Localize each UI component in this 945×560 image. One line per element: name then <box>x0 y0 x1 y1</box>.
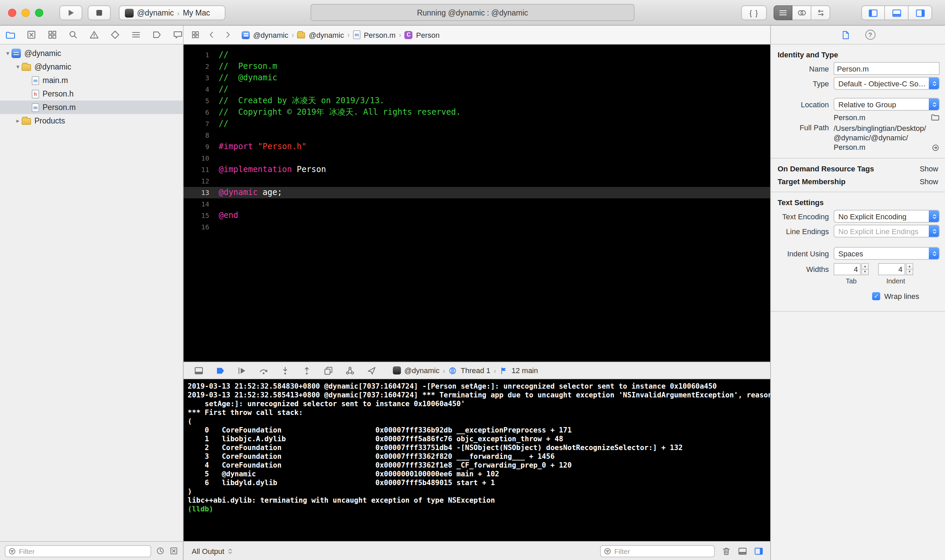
stop-button[interactable] <box>88 5 111 20</box>
minimize-window-button[interactable] <box>22 9 30 17</box>
stack-frame-crumb[interactable]: 12 main <box>512 366 538 374</box>
tree-item-Products[interactable]: ▸Products <box>0 114 183 128</box>
find-navigator-button[interactable] <box>68 29 79 40</box>
text-encoding-popup[interactable]: No Explicit Encoding <box>834 210 940 223</box>
step-out-button[interactable] <box>301 365 312 376</box>
debug-area-toggle-button[interactable] <box>885 5 908 20</box>
tree-item-@dynamic[interactable]: ▾@dynamic <box>0 46 183 60</box>
code-line[interactable]: 4// <box>183 84 770 95</box>
indent-using-popup[interactable]: Spaces <box>834 247 940 260</box>
related-items-button[interactable] <box>189 28 201 42</box>
code-line[interactable]: 6// Copyright © 2019年 冰凌天. All rights re… <box>183 106 770 118</box>
scm-status-filter-icon[interactable] <box>170 546 178 555</box>
variables-view-toggle-icon[interactable] <box>738 546 747 555</box>
code-line[interactable]: 15@end <box>183 210 770 221</box>
disclosure-triangle[interactable]: ▾ <box>14 63 22 70</box>
name-field[interactable]: Person.m <box>834 62 940 75</box>
code-line[interactable]: 9#import "Person.h" <box>183 141 770 152</box>
hide-debug-area-button[interactable] <box>193 365 204 376</box>
odr-show-link[interactable]: Show <box>920 165 938 173</box>
tree-item-Person.h[interactable]: hPerson.h <box>0 87 183 100</box>
code-line[interactable]: 3// @dynamic <box>183 72 770 84</box>
quick-help-tab[interactable]: ? <box>865 30 875 40</box>
project-navigator-button[interactable] <box>5 29 16 40</box>
close-window-button[interactable] <box>8 9 16 17</box>
breadcrumb-item[interactable]: mPerson.m <box>353 30 396 39</box>
code-line[interactable]: 1// <box>183 49 770 61</box>
indent-width-field[interactable]: 4 <box>878 263 905 275</box>
process-crumb[interactable]: @dynamic <box>404 366 439 374</box>
console-filter-input[interactable] <box>614 547 711 555</box>
step-over-button[interactable] <box>258 365 269 376</box>
continue-button[interactable] <box>236 365 247 376</box>
breakpoint-navigator-button[interactable] <box>151 29 162 40</box>
scheme-selector[interactable]: @dynamic › My Mac <box>119 5 225 20</box>
run-button[interactable] <box>59 5 82 20</box>
assistant-editor-button[interactable] <box>792 5 811 20</box>
code-line[interactable]: 8 <box>183 129 770 141</box>
disclosure-triangle[interactable]: ▸ <box>14 117 22 124</box>
file-inspector-tab[interactable] <box>841 29 850 41</box>
standard-editor-icon <box>778 8 788 17</box>
library-button[interactable]: { } <box>741 5 767 20</box>
recent-files-clock-icon[interactable] <box>156 546 165 555</box>
disclosure-triangle[interactable]: ▾ <box>4 50 11 57</box>
breadcrumb-item[interactable]: @dynamic <box>242 31 288 39</box>
source-editor[interactable]: 1//2// Person.m3// @dynamic4//5// Create… <box>183 45 770 362</box>
code-line[interactable]: 2// Person.m <box>183 61 770 72</box>
tab-width-stepper[interactable]: 4 ▲▼ <box>834 263 869 275</box>
go-back-button[interactable] <box>205 28 217 42</box>
console-view-toggle-icon[interactable] <box>754 546 763 555</box>
thread-crumb[interactable]: Thread 1 <box>461 366 490 374</box>
zoom-window-button[interactable] <box>35 9 43 17</box>
breakpoints-toggle-button[interactable] <box>215 365 225 376</box>
report-navigator-button[interactable] <box>172 29 183 40</box>
code-line[interactable]: 14 <box>183 198 770 210</box>
code-line[interactable]: 10 <box>183 152 770 164</box>
line-number: 13 <box>183 187 209 198</box>
simulate-location-button[interactable] <box>366 365 377 376</box>
code-line[interactable]: 7// <box>183 118 770 129</box>
standard-editor-button[interactable] <box>774 5 792 20</box>
tree-item-@dynamic[interactable]: ▾@dynamic <box>0 60 183 74</box>
open-path-arrow-icon[interactable] <box>931 144 940 152</box>
project-icon <box>242 31 250 39</box>
breadcrumb-item[interactable]: CPerson <box>405 31 440 39</box>
target-membership-show-link[interactable]: Show <box>920 177 938 186</box>
debug-view-hierarchy-button[interactable] <box>323 365 333 376</box>
issue-navigator-button[interactable] <box>89 29 100 40</box>
wrap-lines-checkbox[interactable]: ✓ <box>872 292 880 300</box>
breadcrumb-item[interactable]: @dynamic <box>298 31 344 39</box>
code-line[interactable]: 16 <box>183 221 770 233</box>
source-control-navigator-button[interactable] <box>26 29 37 40</box>
code-line[interactable]: 5// Created by 冰凌天 on 2019/3/13. <box>183 95 770 106</box>
tab-width-field[interactable]: 4 <box>834 263 861 275</box>
code-line[interactable]: 12 <box>183 175 770 187</box>
step-into-button[interactable] <box>279 365 290 376</box>
location-popup[interactable]: Relative to Group <box>834 98 940 111</box>
go-forward-button[interactable] <box>221 28 234 42</box>
trash-icon[interactable] <box>721 546 731 555</box>
symbol-navigator-button[interactable] <box>47 29 58 40</box>
line-endings-popup[interactable]: No Explicit Line Endings <box>834 225 940 237</box>
indent-width-stepper[interactable]: 4 ▲▼ <box>878 263 913 275</box>
debug-console[interactable]: 2019-03-13 21:52:32.584830+0800 @dynamic… <box>183 379 770 541</box>
stepper-arrows[interactable]: ▲▼ <box>861 263 869 275</box>
type-popup[interactable]: Default - Objective-C Sou... <box>834 77 940 90</box>
tree-item-Person.m[interactable]: mPerson.m <box>0 100 183 114</box>
navigator-filter-input[interactable] <box>19 547 148 555</box>
stepper-arrows[interactable]: ▲▼ <box>906 263 913 275</box>
output-scope-select[interactable]: All Output <box>192 547 234 555</box>
debug-navigator-button[interactable] <box>131 29 142 40</box>
test-navigator-button[interactable] <box>110 29 120 40</box>
navigator-filter-field[interactable] <box>5 545 151 557</box>
memory-graph-button[interactable] <box>344 365 355 376</box>
code-line[interactable]: 11@implementation Person <box>183 164 770 175</box>
navigator-toggle-button[interactable] <box>861 5 885 20</box>
tree-item-main.m[interactable]: mmain.m <box>0 74 183 87</box>
version-editor-button[interactable] <box>811 5 830 20</box>
folder-icon[interactable] <box>931 113 940 122</box>
console-filter-field[interactable] <box>600 545 715 557</box>
code-line[interactable]: 13@dynamic age; <box>183 187 770 198</box>
inspector-toggle-button[interactable] <box>908 5 932 20</box>
